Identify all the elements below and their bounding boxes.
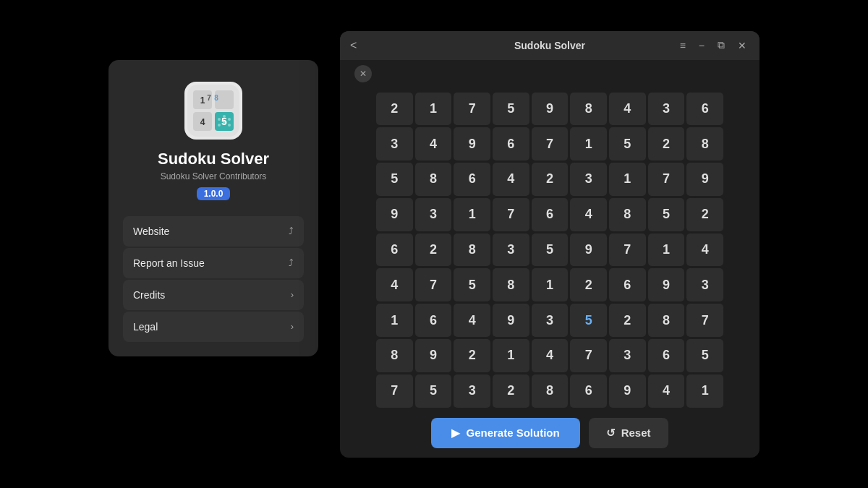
cell-6-6[interactable]: 2 xyxy=(609,304,646,337)
close-button[interactable]: ✕ xyxy=(735,38,749,53)
restore-button[interactable]: ⧉ xyxy=(715,38,728,53)
cell-5-6[interactable]: 6 xyxy=(609,268,646,301)
cell-2-3[interactable]: 4 xyxy=(493,163,529,196)
cell-6-4[interactable]: 3 xyxy=(532,304,569,337)
cell-4-5[interactable]: 9 xyxy=(570,234,607,267)
cell-1-1[interactable]: 4 xyxy=(415,127,452,160)
cell-7-3[interactable]: 1 xyxy=(493,339,529,372)
cell-6-0[interactable]: 1 xyxy=(376,304,413,337)
cell-3-8[interactable]: 2 xyxy=(686,198,723,231)
cell-8-6[interactable]: 9 xyxy=(609,374,646,408)
cell-1-8[interactable]: 8 xyxy=(686,127,723,160)
cell-2-4[interactable]: 2 xyxy=(532,163,569,196)
cell-4-6[interactable]: 7 xyxy=(609,234,646,267)
cell-4-4[interactable]: 5 xyxy=(532,234,569,267)
menu-item-legal[interactable]: Legal › xyxy=(123,312,304,342)
cell-2-6[interactable]: 1 xyxy=(609,163,646,196)
cell-3-7[interactable]: 5 xyxy=(648,198,685,231)
legal-chevron-icon: › xyxy=(291,321,294,332)
cell-2-1[interactable]: 8 xyxy=(415,163,452,196)
cell-0-4[interactable]: 9 xyxy=(532,93,569,126)
menu-item-report[interactable]: Report an Issue ⤴ xyxy=(123,248,304,278)
cell-7-1[interactable]: 9 xyxy=(415,339,452,372)
cell-1-3[interactable]: 6 xyxy=(493,127,529,160)
cell-6-7[interactable]: 8 xyxy=(648,304,685,337)
cell-0-0[interactable]: 2 xyxy=(376,93,413,126)
cell-6-1[interactable]: 6 xyxy=(415,304,452,337)
cell-7-6[interactable]: 3 xyxy=(609,339,646,372)
cell-4-3[interactable]: 3 xyxy=(493,234,529,267)
cell-3-3[interactable]: 7 xyxy=(493,198,529,231)
menu-icon[interactable]: ≡ xyxy=(677,38,689,53)
cell-4-7[interactable]: 1 xyxy=(648,234,685,267)
back-button[interactable]: < xyxy=(350,39,357,52)
svg-text:4: 4 xyxy=(200,117,205,127)
cell-0-6[interactable]: 4 xyxy=(609,93,646,126)
cell-4-2[interactable]: 8 xyxy=(454,234,490,267)
bottom-bar: ▶ Generate Solution ↺ Reset xyxy=(431,418,668,448)
menu-item-report-label: Report an Issue xyxy=(133,257,205,269)
cell-2-8[interactable]: 9 xyxy=(686,163,723,196)
cell-0-7[interactable]: 3 xyxy=(648,93,685,126)
cell-3-2[interactable]: 1 xyxy=(454,198,490,231)
grid-close-button[interactable]: ✕ xyxy=(354,65,372,82)
menu-item-credits[interactable]: Credits › xyxy=(123,280,304,310)
cell-0-3[interactable]: 5 xyxy=(493,93,529,126)
cell-3-0[interactable]: 9 xyxy=(376,198,413,231)
cell-1-5[interactable]: 1 xyxy=(570,127,607,160)
cell-0-1[interactable]: 1 xyxy=(415,93,452,126)
cell-8-8[interactable]: 1 xyxy=(686,374,723,408)
cell-7-4[interactable]: 4 xyxy=(532,339,569,372)
cell-7-8[interactable]: 5 xyxy=(686,339,723,372)
cell-8-4[interactable]: 8 xyxy=(532,374,569,408)
minimize-button[interactable]: − xyxy=(696,38,707,53)
reset-icon: ↺ xyxy=(606,427,616,440)
cell-7-7[interactable]: 6 xyxy=(648,339,685,372)
cell-0-5[interactable]: 8 xyxy=(570,93,607,126)
cell-5-8[interactable]: 3 xyxy=(686,268,723,301)
cell-3-4[interactable]: 6 xyxy=(532,198,569,231)
cell-1-4[interactable]: 7 xyxy=(532,127,569,160)
cell-4-0[interactable]: 6 xyxy=(376,234,413,267)
generate-button[interactable]: ▶ Generate Solution xyxy=(431,418,579,448)
cell-6-3[interactable]: 9 xyxy=(493,304,529,337)
cell-0-2[interactable]: 7 xyxy=(454,93,490,126)
cell-2-7[interactable]: 7 xyxy=(648,163,685,196)
cell-7-2[interactable]: 2 xyxy=(454,339,490,372)
credits-chevron-icon: › xyxy=(291,289,294,300)
window-title: Sudoku Solver xyxy=(514,40,585,51)
cell-4-1[interactable]: 2 xyxy=(415,234,452,267)
cell-5-1[interactable]: 7 xyxy=(415,268,452,301)
cell-6-2[interactable]: 4 xyxy=(454,304,490,337)
reset-button[interactable]: ↺ Reset xyxy=(589,418,668,448)
cell-4-8[interactable]: 4 xyxy=(686,234,723,267)
cell-1-7[interactable]: 2 xyxy=(648,127,685,160)
cell-1-2[interactable]: 9 xyxy=(454,127,490,160)
cell-3-1[interactable]: 3 xyxy=(415,198,452,231)
cell-8-1[interactable]: 5 xyxy=(415,374,452,408)
cell-2-5[interactable]: 3 xyxy=(570,163,607,196)
cell-5-5[interactable]: 2 xyxy=(570,268,607,301)
cell-5-2[interactable]: 5 xyxy=(454,268,490,301)
cell-3-5[interactable]: 4 xyxy=(570,198,607,231)
cell-8-5[interactable]: 6 xyxy=(570,374,607,408)
cell-3-6[interactable]: 8 xyxy=(609,198,646,231)
cell-6-5[interactable]: 5 xyxy=(570,304,607,337)
cell-7-0[interactable]: 8 xyxy=(376,339,413,372)
cell-1-6[interactable]: 5 xyxy=(609,127,646,160)
cell-0-8[interactable]: 6 xyxy=(686,93,723,126)
cell-5-4[interactable]: 1 xyxy=(532,268,569,301)
cell-7-5[interactable]: 7 xyxy=(570,339,607,372)
cell-8-2[interactable]: 3 xyxy=(454,374,490,408)
cell-8-7[interactable]: 4 xyxy=(648,374,685,408)
cell-8-0[interactable]: 7 xyxy=(376,374,413,408)
cell-2-2[interactable]: 6 xyxy=(454,163,490,196)
cell-5-3[interactable]: 8 xyxy=(493,268,529,301)
cell-5-0[interactable]: 4 xyxy=(376,268,413,301)
cell-5-7[interactable]: 9 xyxy=(648,268,685,301)
cell-2-0[interactable]: 5 xyxy=(376,163,413,196)
cell-6-8[interactable]: 7 xyxy=(686,304,723,337)
menu-item-website[interactable]: Website ⤴ xyxy=(123,216,304,247)
cell-1-0[interactable]: 3 xyxy=(376,127,413,160)
cell-8-3[interactable]: 2 xyxy=(493,374,529,408)
